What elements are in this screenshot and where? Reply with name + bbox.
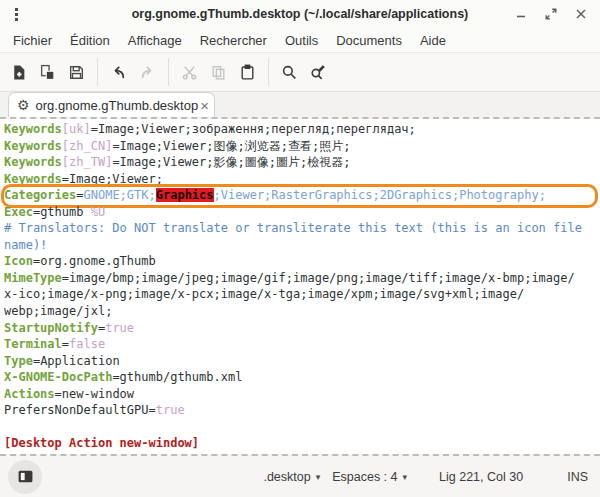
search-button[interactable] xyxy=(275,57,304,87)
editor-line: X-GNOME-DocPath=gthumb/gthumb.xml xyxy=(4,369,600,386)
code-segment: true xyxy=(156,403,185,417)
editor-line: webp;image/jxl; xyxy=(4,303,600,320)
code-segment: =Image;Viewer;图像;浏览器;查看;照片; xyxy=(112,139,350,153)
editor-line xyxy=(4,419,600,436)
paste-button[interactable] xyxy=(233,57,262,87)
toolbar-separator xyxy=(268,58,269,86)
cursor-position: Lig 221, Col 30 xyxy=(439,470,523,484)
kebab-menu-icon xyxy=(15,8,18,21)
code-segment: Exec xyxy=(4,205,33,219)
close-button[interactable] xyxy=(570,3,592,25)
search-magnifier-icon xyxy=(281,64,298,81)
menu-documents[interactable]: Documents xyxy=(327,30,411,51)
restore-button[interactable] xyxy=(540,3,562,25)
window-controls xyxy=(510,3,600,25)
code-segment: Icon xyxy=(4,254,33,268)
open-document-icon xyxy=(39,64,56,81)
code-segment: Keywords xyxy=(4,122,62,136)
code-segment: =Application xyxy=(33,354,120,368)
code-segment: [uk] xyxy=(62,122,91,136)
filetype-dropdown[interactable]: .desktop ▾ xyxy=(257,466,326,488)
side-panel-icon xyxy=(17,468,34,485)
code-segment: =image/bmp;image/jpeg;image/gif;image/pn… xyxy=(62,271,575,285)
filetype-value: .desktop xyxy=(263,470,310,484)
editor-line: Keywords[zh_TW]=Image;Viewer;影像;圖像;圖片;檢視… xyxy=(4,154,600,171)
save-button[interactable] xyxy=(62,57,91,87)
editor-line: x-ico;image/x-png;image/x-pcx;image/x-tg… xyxy=(4,286,600,303)
menu-rechercher[interactable]: Rechercher xyxy=(191,30,276,51)
restore-icon xyxy=(544,7,558,21)
code-segment: [zh_TW] xyxy=(62,155,113,169)
code-segment: Categories xyxy=(4,188,76,202)
code-segment: webp;image/jxl; xyxy=(4,304,112,318)
toolbar xyxy=(0,52,600,92)
paste-clipboard-icon xyxy=(239,64,256,81)
copy-icon xyxy=(210,64,227,81)
search-replace-icon xyxy=(310,64,327,81)
window-menu-button[interactable] xyxy=(4,4,28,24)
tab-close-icon[interactable]: × xyxy=(198,98,211,113)
code-segment: Keywords xyxy=(4,139,62,153)
code-segment: name)! xyxy=(4,238,47,252)
code-segment: =gthumb/gthumb.xml xyxy=(112,370,242,384)
menu-aide[interactable]: Aide xyxy=(411,30,455,51)
code-segment: =org.gnome.gThumb xyxy=(33,254,156,268)
code-segment: %U xyxy=(91,205,105,219)
toolbar-separator xyxy=(97,58,98,86)
editor-line: Keywords[zh_CN]=Image;Viewer;图像;浏览器;查看;照… xyxy=(4,138,600,155)
editor-line: Type=Application xyxy=(4,353,600,370)
code-segment: Type xyxy=(4,354,33,368)
editor-line: [Desktop Action new-window] xyxy=(4,435,600,452)
editor-line: Exec=gthumb %U xyxy=(4,204,600,221)
search-replace-button[interactable] xyxy=(304,57,333,87)
editor[interactable]: Keywords[uk]=Image;Viewer;зображення;пер… xyxy=(0,119,600,454)
tab-width-value: Espaces : 4 xyxy=(332,470,397,484)
editor-line: name)! xyxy=(4,237,600,254)
menu-fichier[interactable]: Fichier xyxy=(4,30,61,51)
code-segment: Keywords xyxy=(4,172,62,186)
tab-org-gnome-gthumb-desktop[interactable]: ⚙ org.gnome.gThumb.desktop × xyxy=(8,92,215,117)
code-segment: PrefersNonDefaultGPU= xyxy=(4,403,156,417)
tab-width-dropdown[interactable]: Espaces : 4 ▾ xyxy=(326,466,413,488)
code-segment: =Image;Viewer;зображення;перегляд;перегл… xyxy=(91,122,416,136)
undo-button[interactable] xyxy=(104,57,133,87)
editor-line: Actions=new-window xyxy=(4,386,600,403)
menu-outils[interactable]: Outils xyxy=(276,30,327,51)
menu-edition[interactable]: Édition xyxy=(61,30,119,51)
save-icon xyxy=(68,64,85,81)
editor-line: MimeType=image/bmp;image/jpeg;image/gif;… xyxy=(4,270,600,287)
code-segment: false xyxy=(69,337,105,351)
cut-scissors-icon xyxy=(181,64,198,81)
side-panel-toggle-button[interactable] xyxy=(8,460,42,494)
code-segment: true xyxy=(105,321,134,335)
input-mode-indicator: INS xyxy=(567,470,588,484)
editor-line: Terminal=false xyxy=(4,336,600,353)
toolbar-separator xyxy=(168,58,169,86)
undo-icon xyxy=(110,64,127,81)
redo-button[interactable] xyxy=(133,57,162,87)
editor-window: org.gnome.gThumb.desktop (~/.local/share… xyxy=(0,0,600,497)
minimize-button[interactable] xyxy=(510,3,532,25)
code-segment: x-ico;image/x-png;image/x-pcx;image/x-tg… xyxy=(4,287,524,301)
new-document-button[interactable] xyxy=(4,57,33,87)
tab-bar: ⚙ org.gnome.gThumb.desktop × xyxy=(0,92,600,119)
statusbar: .desktop ▾ Espaces : 4 ▾ Lig 221, Col 30… xyxy=(0,454,600,497)
titlebar: org.gnome.gThumb.desktop (~/.local/share… xyxy=(0,0,600,28)
code-segment: Keywords xyxy=(4,155,62,169)
cut-button[interactable] xyxy=(175,57,204,87)
code-segment: [Desktop Action new-window] xyxy=(4,436,199,450)
statusbar-right: .desktop ▾ Espaces : 4 ▾ Lig 221, Col 30… xyxy=(257,466,590,488)
chevron-down-icon: ▾ xyxy=(403,472,408,482)
new-document-icon xyxy=(10,64,27,81)
gear-icon: ⚙ xyxy=(17,98,30,112)
code-segment: =new-window xyxy=(55,387,134,401)
editor-line: # Translators: Do NOT translate or trans… xyxy=(4,220,600,237)
code-segment: StartupNotify xyxy=(4,321,98,335)
code-segment: =gthumb xyxy=(33,205,91,219)
minimize-icon xyxy=(514,7,528,21)
open-document-button[interactable] xyxy=(33,57,62,87)
menu-affichage[interactable]: Affichage xyxy=(119,30,191,51)
tab-label: org.gnome.gThumb.desktop xyxy=(36,98,199,113)
copy-button[interactable] xyxy=(204,57,233,87)
editor-line: PrefersNonDefaultGPU=true xyxy=(4,402,600,419)
